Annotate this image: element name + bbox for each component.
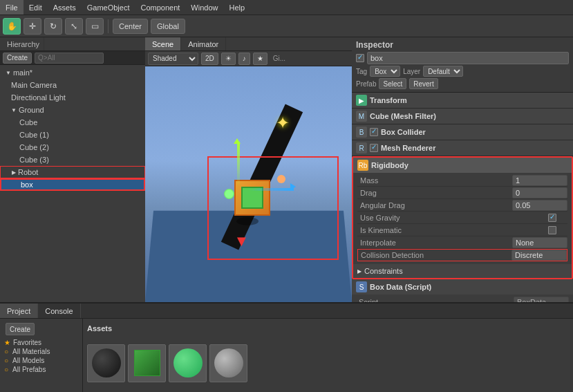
inspector-panel: Inspector Tag Box Layer Default [352,37,573,302]
prop-collision-detection-label: Collision Detection [358,251,511,259]
menu-gameobject[interactable]: GameObject [82,0,135,15]
asset-thumb-0[interactable] [87,344,125,382]
tool-scale[interactable]: ⤡ [65,18,83,35]
fav-all-models[interactable]: ○ All Models [3,356,79,365]
hierarchy-item-ground[interactable]: ▼ Ground [0,104,145,116]
obj-enabled-checkbox[interactable] [356,54,364,62]
box-data-header[interactable]: S Box Data (Script) [352,279,573,295]
prop-drag-value[interactable]: 0 [512,187,567,198]
constraints-label: Constraints [364,267,403,275]
fav-all-prefabs[interactable]: ○ All Prefabs [3,365,79,374]
x-arrow [249,188,294,191]
select-btn[interactable]: Select [379,78,406,89]
tool-hand[interactable]: ✋ [3,18,21,35]
prop-script-value[interactable]: BoxData [514,297,569,303]
audio-toggle[interactable]: ♪ [238,53,250,65]
hierarchy-item-box[interactable]: box [0,178,145,191]
transform-icon: ▶ [356,95,367,106]
rigidbody-icon: Rb [357,160,368,171]
hierarchy-item-cube[interactable]: Cube [0,116,145,129]
asset-thumb-3[interactable] [209,344,247,382]
constraints-header[interactable]: ▶ Constraints [353,264,572,278]
mesh-renderer-header[interactable]: R Mesh Renderer [352,140,573,156]
hierarchy-item-robot[interactable]: ▶ Robot [0,166,145,178]
prop-mass-value[interactable]: 1 [512,175,567,186]
fav-icon: ○ [4,348,8,355]
menu-edit[interactable]: Edit [24,0,48,15]
asset-thumb-1[interactable] [128,344,166,382]
prop-collision-detection-value[interactable]: Discrete [511,250,567,261]
fav-all-materials[interactable]: ○ All Materials [3,347,79,356]
hierarchy-tab[interactable]: Hierarchy [3,37,44,50]
box-collider-header[interactable]: B Box Collider [352,124,573,140]
project-tab[interactable]: Project [0,304,38,318]
menu-help[interactable]: Help [223,0,250,15]
mesh-renderer-checkbox[interactable] [370,144,378,152]
fx-toggle[interactable]: ★ [253,53,267,65]
prop-interpolate-value[interactable]: None [512,237,567,248]
hierarchy-create-btn[interactable]: Create [3,53,32,64]
revert-btn[interactable]: Revert [409,78,438,89]
menu-bar: File Edit Assets GameObject Component Wi… [0,0,573,15]
pivot-button[interactable]: Center [113,19,148,34]
shading-select[interactable]: Shaded Wireframe [148,53,198,65]
hierarchy-item-label: Directional Light [11,93,66,102]
menu-file[interactable]: File [0,0,24,15]
prop-angular-drag-value[interactable]: 0.05 [512,200,567,211]
tool-move[interactable]: ✛ [24,18,41,35]
2d-button[interactable]: 2D [201,53,218,65]
hierarchy-item-main[interactable]: ▼ main* [0,66,145,79]
use-gravity-checkbox[interactable] [548,214,556,222]
y-arrow-tip [234,135,241,144]
assets-label: Assets [87,323,569,335]
menu-assets[interactable]: Assets [48,0,82,15]
prop-use-gravity: Use Gravity [357,212,567,224]
menu-window[interactable]: Window [185,0,223,15]
transform-header[interactable]: ▶ Transform [352,93,573,108]
layer-label: Layer [403,68,420,75]
scene-tab[interactable]: Scene [145,37,181,50]
project-create-btn[interactable]: Create [6,323,35,335]
scene-toolbar: Shaded Wireframe 2D ☀ ♪ ★ Gi... [145,51,352,66]
prop-drag-label: Drag [357,189,512,197]
project-tabs: Project Console [0,304,573,319]
pivot-label: Center [119,22,142,30]
project-content: Create ★ Favorites ○ All Materials ○ All… [0,319,573,392]
tool-rect[interactable]: ▭ [86,18,104,35]
animator-tab[interactable]: Animator [181,37,226,50]
console-tab[interactable]: Console [38,304,80,318]
star-icon: ★ [4,339,10,346]
hierarchy-item-cube2[interactable]: Cube (2) [0,141,145,153]
red-cone: ▼ [234,232,250,250]
box-collider-checkbox[interactable] [370,128,378,136]
prop-use-gravity-label: Use Gravity [357,214,548,222]
hierarchy-item-cube3[interactable]: Cube (3) [0,153,145,166]
tag-select[interactable]: Box [370,66,400,77]
fav-label: All Models [12,357,44,364]
hierarchy-item-main-camera[interactable]: Main Camera [0,79,145,91]
hierarchy-search-input[interactable] [35,53,104,64]
rigidbody-header[interactable]: Rb Rigidbody [353,158,572,173]
shadow [236,217,259,225]
layer-select[interactable]: Default [423,66,463,77]
hierarchy-item-dir-light[interactable]: Directional Light [0,91,145,104]
project-left-panel: Create ★ Favorites ○ All Materials ○ All… [0,319,83,392]
light-toggle[interactable]: ☀ [221,53,236,65]
space-button[interactable]: Global [151,19,185,34]
asset-ball-0 [92,348,121,377]
favorites-label: Favorites [13,339,41,346]
hierarchy-item-cube1[interactable]: Cube (1) [0,129,145,141]
hierarchy-item-label: Cube (2) [19,143,49,151]
sun-icon: ✦ [276,113,290,133]
obj-name-input[interactable] [367,52,569,64]
mesh-filter-header[interactable]: M Cube (Mesh Filter) [352,109,573,124]
fav-icon: ○ [4,357,8,364]
inspector-header: Inspector Tag Box Layer Default [352,37,573,93]
is-kinematic-checkbox[interactable] [548,226,556,234]
scene-viewport[interactable]: ✦ ▼ [145,66,352,302]
asset-thumb-2[interactable] [169,344,207,382]
favorites-header[interactable]: ★ Favorites [3,338,79,347]
menu-component[interactable]: Component [135,0,185,15]
create-row: Create [3,321,79,337]
tool-rotate[interactable]: ↻ [44,18,62,35]
